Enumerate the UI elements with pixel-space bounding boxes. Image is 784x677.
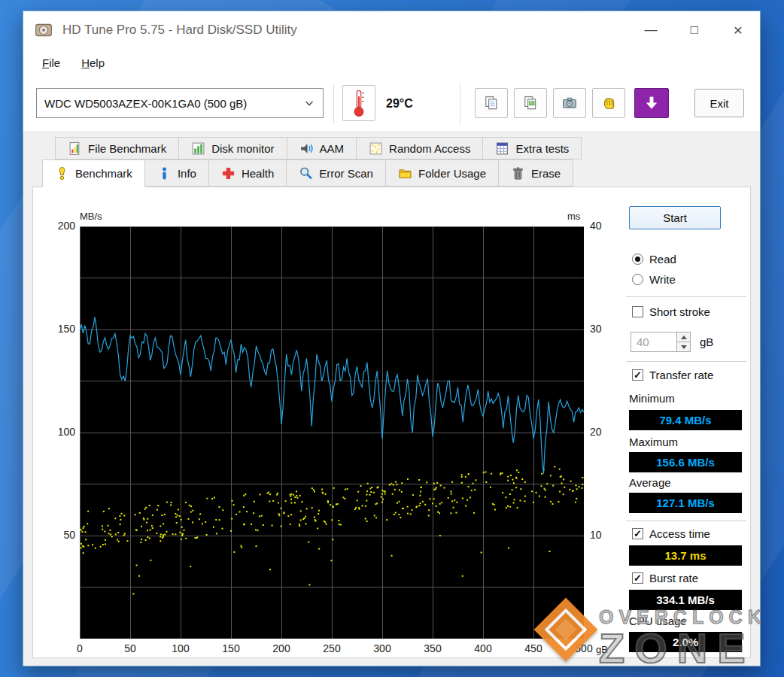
app-icon (35, 21, 53, 39)
x-axis-unit: gB (596, 644, 608, 655)
copy-text-button[interactable] (475, 88, 508, 118)
minimize-button[interactable]: — (629, 11, 673, 49)
access-time-checkbox[interactable] (632, 528, 643, 539)
cpu-usage-value: 2.0% (629, 632, 742, 652)
x-axis-tick: 250 (315, 642, 348, 654)
y-axis-tick-left: 150 (44, 323, 75, 335)
temperature-button[interactable] (342, 85, 375, 121)
tab-label: Random Access (389, 142, 470, 155)
tab-label: AAM (320, 142, 345, 155)
close-button[interactable]: × (716, 11, 760, 49)
tab-area: File Benchmark Disk monitor (23, 132, 760, 187)
folder-icon (398, 166, 412, 181)
short-stroke-value: 40 (637, 335, 649, 348)
screenshot-button[interactable] (553, 88, 586, 118)
tab-error-scan[interactable]: Error Scan (287, 159, 386, 187)
tab-extra-tests[interactable]: Extra tests (483, 137, 582, 159)
copy-image-button[interactable] (514, 88, 547, 118)
x-axis-tick: 200 (265, 642, 298, 654)
hand-icon (601, 96, 616, 111)
tab-label: Benchmark (75, 167, 132, 180)
average-value: 127.1 MB/s (629, 493, 742, 513)
stepper-up-icon[interactable] (677, 332, 691, 342)
y-axis-tick-right: 40 (590, 220, 612, 232)
tab-label: Disk monitor (211, 142, 274, 155)
copy-icon (484, 96, 499, 111)
save-results-button[interactable] (634, 88, 669, 118)
download-arrow-icon (644, 96, 659, 111)
short-stroke-stepper (677, 332, 691, 352)
access-time-row: Access time (632, 527, 710, 540)
tab-folder-usage[interactable]: Folder Usage (386, 159, 499, 187)
transfer-rate-checkbox[interactable] (632, 369, 643, 381)
burst-rate-checkbox[interactable] (632, 572, 643, 584)
menu-file[interactable]: File (35, 53, 68, 72)
x-axis-tick: 300 (366, 642, 399, 654)
stepper-down-icon[interactable] (677, 342, 691, 352)
access-time-value: 13.7 ms (629, 545, 742, 566)
menu-help-label: Help (81, 56, 105, 69)
x-axis-tick: 450 (517, 642, 550, 654)
short-stroke-unit: gB (700, 335, 713, 348)
short-stroke-checkbox[interactable] (632, 306, 643, 317)
tab-erase[interactable]: Erase (499, 159, 573, 187)
tab-row-top: File Benchmark Disk monitor (55, 137, 760, 159)
camera-icon (562, 96, 577, 111)
donate-button[interactable] (592, 88, 625, 118)
y-axis-tick-left: 100 (44, 426, 75, 438)
toolbar-separator (333, 83, 334, 124)
exit-button[interactable]: Exit (694, 89, 744, 117)
separator (626, 296, 746, 298)
tab-health[interactable]: Health (209, 159, 287, 187)
tab-label: Health (242, 167, 274, 180)
file-benchmark-icon (68, 141, 82, 156)
tab-label: Extra tests (515, 142, 569, 155)
y-axis-tick-left: 200 (44, 220, 75, 232)
right-axis-title: ms (567, 211, 580, 222)
menu-bar: File Help (23, 49, 760, 76)
disk-monitor-icon (191, 141, 205, 156)
x-axis-tick: 0 (63, 642, 96, 654)
toolbar: WDC WD5003AZEX-00K1GA0 (500 gB) 29°C (23, 76, 760, 132)
tab-benchmark[interactable]: Benchmark (42, 159, 145, 187)
start-button-label: Start (663, 211, 687, 224)
tab-file-benchmark[interactable]: File Benchmark (55, 137, 179, 159)
maximize-button[interactable]: □ (673, 11, 716, 49)
menu-help[interactable]: Help (74, 53, 112, 72)
burst-rate-value: 334.1 MB/s (629, 590, 742, 610)
separator (626, 521, 746, 522)
aam-icon (299, 141, 314, 156)
x-axis-tick: 50 (114, 642, 147, 654)
hd-tune-window: HD Tune Pro 5.75 - Hard Disk/SSD Utility… (23, 11, 761, 666)
short-stroke-row: Short stroke (632, 305, 710, 318)
maximum-label: Maximum (629, 436, 678, 448)
start-button[interactable]: Start (629, 206, 721, 229)
tab-aam[interactable]: AAM (287, 137, 357, 159)
temperature-value: 29°C (386, 97, 413, 111)
benchmark-plot-area (80, 226, 584, 639)
short-stroke-label: Short stroke (649, 305, 710, 318)
tab-random-access[interactable]: Random Access (357, 137, 483, 159)
tab-label: File Benchmark (88, 142, 166, 155)
cpu-usage-label: CPU usage (629, 615, 687, 627)
short-stroke-size-input[interactable]: 40 (631, 332, 677, 352)
burst-rate-label: Burst rate (649, 572, 698, 584)
window-title: HD Tune Pro 5.75 - Hard Disk/SSD Utility (62, 23, 297, 38)
y-axis-tick-right: 30 (590, 323, 612, 335)
benchmark-icon (55, 166, 69, 181)
tab-info[interactable]: Info (145, 159, 209, 187)
separator (626, 361, 746, 363)
drive-selector[interactable]: WDC WD5003AZEX-00K1GA0 (500 gB) (36, 88, 324, 118)
tab-disk-monitor[interactable]: Disk monitor (179, 137, 287, 159)
copy-image-icon (523, 96, 538, 111)
write-radio[interactable] (632, 274, 643, 285)
minimum-label: Minimum (629, 392, 675, 405)
tab-label: Error Scan (319, 167, 373, 180)
tab-label: Info (178, 167, 196, 180)
desktop: HD Tune Pro 5.75 - Hard Disk/SSD Utility… (0, 0, 784, 677)
maximum-value: 156.6 MB/s (629, 452, 742, 472)
extra-tests-icon (495, 141, 509, 156)
y-axis-tick-right: 10 (590, 529, 612, 541)
read-radio[interactable] (632, 253, 643, 265)
y-axis-tick-left: 50 (44, 529, 75, 541)
